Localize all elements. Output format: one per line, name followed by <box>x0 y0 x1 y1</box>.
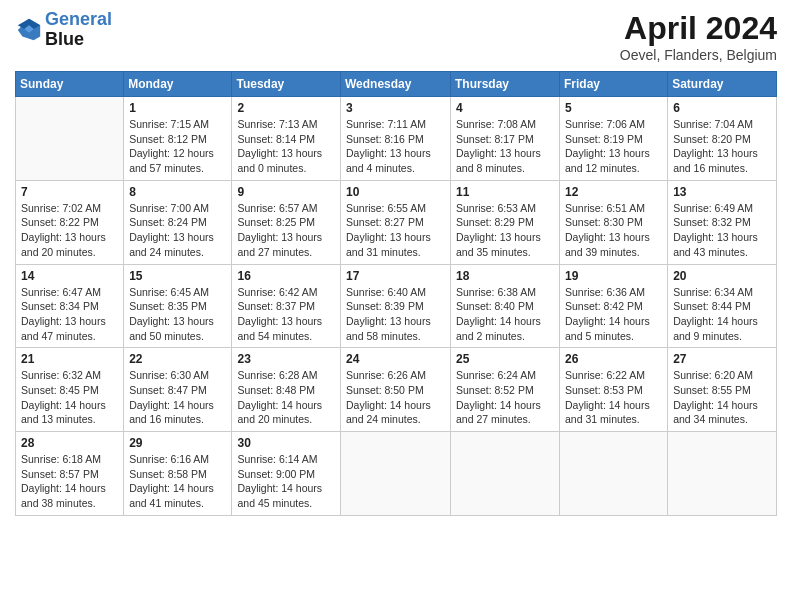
day-number: 12 <box>565 185 662 199</box>
calendar-cell: 4Sunrise: 7:08 AM Sunset: 8:17 PM Daylig… <box>451 97 560 181</box>
title-block: April 2024 Oevel, Flanders, Belgium <box>620 10 777 63</box>
calendar-cell: 25Sunrise: 6:24 AM Sunset: 8:52 PM Dayli… <box>451 348 560 432</box>
calendar-table: SundayMondayTuesdayWednesdayThursdayFrid… <box>15 71 777 516</box>
calendar-cell: 13Sunrise: 6:49 AM Sunset: 8:32 PM Dayli… <box>668 180 777 264</box>
calendar-cell: 20Sunrise: 6:34 AM Sunset: 8:44 PM Dayli… <box>668 264 777 348</box>
calendar-cell: 22Sunrise: 6:30 AM Sunset: 8:47 PM Dayli… <box>124 348 232 432</box>
day-number: 20 <box>673 269 771 283</box>
calendar-cell: 24Sunrise: 6:26 AM Sunset: 8:50 PM Dayli… <box>341 348 451 432</box>
day-number: 17 <box>346 269 445 283</box>
calendar-cell: 30Sunrise: 6:14 AM Sunset: 9:00 PM Dayli… <box>232 432 341 516</box>
day-number: 9 <box>237 185 335 199</box>
location: Oevel, Flanders, Belgium <box>620 47 777 63</box>
day-of-week-header: Thursday <box>451 72 560 97</box>
day-info: Sunrise: 7:02 AM Sunset: 8:22 PM Dayligh… <box>21 201 118 260</box>
calendar-cell: 8Sunrise: 7:00 AM Sunset: 8:24 PM Daylig… <box>124 180 232 264</box>
calendar-week-row: 21Sunrise: 6:32 AM Sunset: 8:45 PM Dayli… <box>16 348 777 432</box>
day-number: 4 <box>456 101 554 115</box>
day-info: Sunrise: 7:04 AM Sunset: 8:20 PM Dayligh… <box>673 117 771 176</box>
calendar-cell <box>16 97 124 181</box>
day-number: 1 <box>129 101 226 115</box>
day-number: 10 <box>346 185 445 199</box>
calendar-cell: 7Sunrise: 7:02 AM Sunset: 8:22 PM Daylig… <box>16 180 124 264</box>
day-info: Sunrise: 6:38 AM Sunset: 8:40 PM Dayligh… <box>456 285 554 344</box>
day-number: 23 <box>237 352 335 366</box>
day-number: 30 <box>237 436 335 450</box>
day-number: 26 <box>565 352 662 366</box>
day-of-week-header: Tuesday <box>232 72 341 97</box>
day-info: Sunrise: 6:45 AM Sunset: 8:35 PM Dayligh… <box>129 285 226 344</box>
day-number: 21 <box>21 352 118 366</box>
day-number: 5 <box>565 101 662 115</box>
calendar-cell: 26Sunrise: 6:22 AM Sunset: 8:53 PM Dayli… <box>560 348 668 432</box>
calendar-cell <box>560 432 668 516</box>
day-info: Sunrise: 6:28 AM Sunset: 8:48 PM Dayligh… <box>237 368 335 427</box>
day-number: 2 <box>237 101 335 115</box>
day-info: Sunrise: 6:53 AM Sunset: 8:29 PM Dayligh… <box>456 201 554 260</box>
day-number: 28 <box>21 436 118 450</box>
day-info: Sunrise: 7:06 AM Sunset: 8:19 PM Dayligh… <box>565 117 662 176</box>
calendar-cell <box>668 432 777 516</box>
logo-line2: Blue <box>45 30 112 50</box>
calendar-cell: 27Sunrise: 6:20 AM Sunset: 8:55 PM Dayli… <box>668 348 777 432</box>
calendar-cell: 15Sunrise: 6:45 AM Sunset: 8:35 PM Dayli… <box>124 264 232 348</box>
day-number: 14 <box>21 269 118 283</box>
day-number: 6 <box>673 101 771 115</box>
day-info: Sunrise: 6:55 AM Sunset: 8:27 PM Dayligh… <box>346 201 445 260</box>
day-number: 24 <box>346 352 445 366</box>
calendar-header-row: SundayMondayTuesdayWednesdayThursdayFrid… <box>16 72 777 97</box>
calendar-week-row: 1Sunrise: 7:15 AM Sunset: 8:12 PM Daylig… <box>16 97 777 181</box>
header: General Blue April 2024 Oevel, Flanders,… <box>15 10 777 63</box>
day-info: Sunrise: 6:30 AM Sunset: 8:47 PM Dayligh… <box>129 368 226 427</box>
calendar-cell: 23Sunrise: 6:28 AM Sunset: 8:48 PM Dayli… <box>232 348 341 432</box>
day-info: Sunrise: 6:42 AM Sunset: 8:37 PM Dayligh… <box>237 285 335 344</box>
calendar-week-row: 14Sunrise: 6:47 AM Sunset: 8:34 PM Dayli… <box>16 264 777 348</box>
day-of-week-header: Saturday <box>668 72 777 97</box>
day-info: Sunrise: 6:20 AM Sunset: 8:55 PM Dayligh… <box>673 368 771 427</box>
day-info: Sunrise: 7:11 AM Sunset: 8:16 PM Dayligh… <box>346 117 445 176</box>
day-info: Sunrise: 6:40 AM Sunset: 8:39 PM Dayligh… <box>346 285 445 344</box>
day-info: Sunrise: 6:14 AM Sunset: 9:00 PM Dayligh… <box>237 452 335 511</box>
page: General Blue April 2024 Oevel, Flanders,… <box>0 0 792 612</box>
day-number: 11 <box>456 185 554 199</box>
calendar-cell: 10Sunrise: 6:55 AM Sunset: 8:27 PM Dayli… <box>341 180 451 264</box>
day-number: 15 <box>129 269 226 283</box>
calendar-cell: 12Sunrise: 6:51 AM Sunset: 8:30 PM Dayli… <box>560 180 668 264</box>
calendar-cell: 9Sunrise: 6:57 AM Sunset: 8:25 PM Daylig… <box>232 180 341 264</box>
day-info: Sunrise: 7:13 AM Sunset: 8:14 PM Dayligh… <box>237 117 335 176</box>
day-info: Sunrise: 6:47 AM Sunset: 8:34 PM Dayligh… <box>21 285 118 344</box>
calendar-cell: 2Sunrise: 7:13 AM Sunset: 8:14 PM Daylig… <box>232 97 341 181</box>
day-info: Sunrise: 7:08 AM Sunset: 8:17 PM Dayligh… <box>456 117 554 176</box>
calendar-week-row: 28Sunrise: 6:18 AM Sunset: 8:57 PM Dayli… <box>16 432 777 516</box>
calendar-cell: 28Sunrise: 6:18 AM Sunset: 8:57 PM Dayli… <box>16 432 124 516</box>
day-of-week-header: Friday <box>560 72 668 97</box>
day-of-week-header: Wednesday <box>341 72 451 97</box>
day-number: 29 <box>129 436 226 450</box>
day-number: 19 <box>565 269 662 283</box>
day-info: Sunrise: 6:16 AM Sunset: 8:58 PM Dayligh… <box>129 452 226 511</box>
logo-line1: General <box>45 9 112 29</box>
calendar-cell: 21Sunrise: 6:32 AM Sunset: 8:45 PM Dayli… <box>16 348 124 432</box>
calendar-cell: 5Sunrise: 7:06 AM Sunset: 8:19 PM Daylig… <box>560 97 668 181</box>
logo: General Blue <box>15 10 112 50</box>
calendar-cell <box>451 432 560 516</box>
calendar-week-row: 7Sunrise: 7:02 AM Sunset: 8:22 PM Daylig… <box>16 180 777 264</box>
day-info: Sunrise: 6:32 AM Sunset: 8:45 PM Dayligh… <box>21 368 118 427</box>
day-info: Sunrise: 6:22 AM Sunset: 8:53 PM Dayligh… <box>565 368 662 427</box>
day-info: Sunrise: 6:51 AM Sunset: 8:30 PM Dayligh… <box>565 201 662 260</box>
calendar-cell: 3Sunrise: 7:11 AM Sunset: 8:16 PM Daylig… <box>341 97 451 181</box>
day-info: Sunrise: 7:15 AM Sunset: 8:12 PM Dayligh… <box>129 117 226 176</box>
day-of-week-header: Sunday <box>16 72 124 97</box>
day-number: 3 <box>346 101 445 115</box>
calendar-cell: 18Sunrise: 6:38 AM Sunset: 8:40 PM Dayli… <box>451 264 560 348</box>
calendar-cell: 1Sunrise: 7:15 AM Sunset: 8:12 PM Daylig… <box>124 97 232 181</box>
month-title: April 2024 <box>620 10 777 47</box>
day-number: 13 <box>673 185 771 199</box>
calendar-cell: 11Sunrise: 6:53 AM Sunset: 8:29 PM Dayli… <box>451 180 560 264</box>
day-of-week-header: Monday <box>124 72 232 97</box>
day-info: Sunrise: 6:57 AM Sunset: 8:25 PM Dayligh… <box>237 201 335 260</box>
day-number: 7 <box>21 185 118 199</box>
day-info: Sunrise: 6:18 AM Sunset: 8:57 PM Dayligh… <box>21 452 118 511</box>
day-number: 18 <box>456 269 554 283</box>
calendar-cell: 19Sunrise: 6:36 AM Sunset: 8:42 PM Dayli… <box>560 264 668 348</box>
